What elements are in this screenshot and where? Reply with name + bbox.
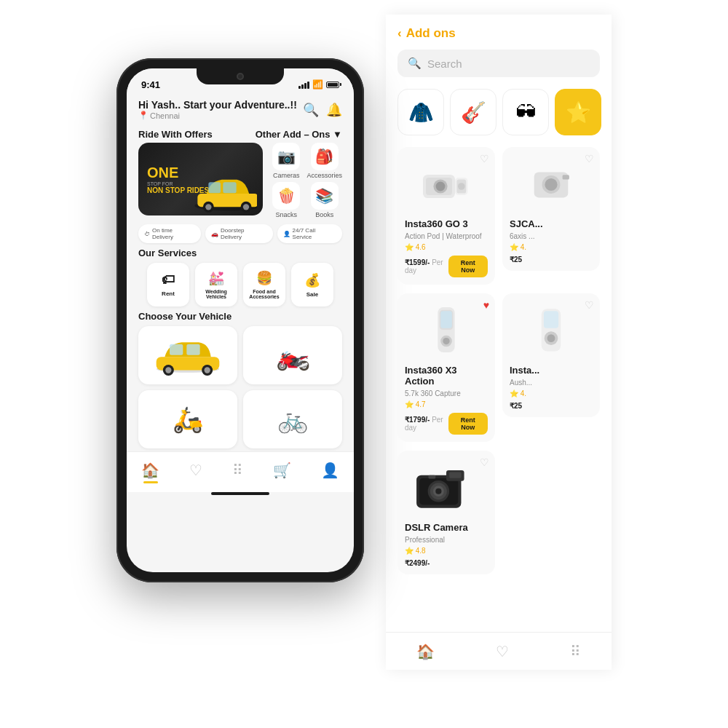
rent-now-btn-1[interactable]: Rent Now (448, 256, 488, 277)
product-sub-4: Aush... (510, 379, 593, 387)
location-text: 📍 Chennai (138, 111, 297, 120)
cameras-icon: 📷 (272, 143, 300, 170)
addons-bottom-nav: 🏠 ♡ ⠿ (386, 632, 612, 670)
bicycle-image: 🚲 (277, 405, 308, 434)
vehicle-scooter[interactable]: 🛵 (138, 390, 237, 448)
product-rating-3: ⭐ 4.7 (405, 400, 488, 408)
call-service-chip: 👤 24/7 Call Service (277, 224, 342, 243)
addon-snacks[interactable]: 🍿 Snacks (269, 182, 304, 218)
search-icon[interactable]: 🔍 (303, 102, 319, 118)
addons-header: ‹ Add ons 🔍 Search (386, 15, 612, 83)
ride-offers-header: Ride With Offers Other Add – Ons ▼ (127, 126, 354, 143)
app-header: Hi Yash.. Start your Adventure..!! 📍 Che… (127, 95, 354, 126)
product-card-4: Insta... Aush... ⭐ 4. ₹25 (502, 293, 600, 417)
wishlist-btn-4[interactable]: ♡ (585, 299, 594, 311)
svg-point-34 (547, 334, 555, 342)
our-services-section: Our Services (127, 246, 354, 260)
product-card-3: Insta360 X3 Action 5.7k 360 Capture ⭐ 4.… (397, 293, 495, 442)
featured-icon: ⭐ (566, 100, 591, 124)
wishlist-btn-5[interactable]: ♡ (480, 456, 489, 468)
doorstep-delivery-chip: 🚗 Doorstep Delivery (205, 224, 273, 243)
product-row-3: DSLR Camera Professional ⭐ 4.8 ₹2499/- ♡ (397, 451, 600, 574)
search-bar[interactable]: 🔍 Search (397, 50, 600, 77)
services-strip: ⏱ On time Delivery 🚗 Doorstep Delivery 👤… (127, 221, 354, 246)
signal-icon (298, 80, 309, 89)
back-chevron-icon: ‹ (397, 26, 402, 41)
product-insta-partial: Insta... Aush... ⭐ 4. ₹25 ♡ (502, 293, 600, 442)
battery-icon (326, 82, 339, 88)
addons-title: Other Add – Ons ▼ (256, 129, 342, 140)
svg-rect-10 (170, 344, 183, 355)
category-jacket[interactable]: 🧥 (397, 89, 444, 135)
product-insta360-x3: Insta360 X3 Action 5.7k 360 Capture ⭐ 4.… (397, 293, 495, 442)
product-dslr: DSLR Camera Professional ⭐ 4.8 ₹2499/- ♡ (397, 451, 495, 574)
addons-screen-title: Add ons (406, 26, 456, 41)
rent-icon: 🏷 (162, 272, 175, 288)
on-time-delivery-chip: ⏱ On time Delivery (138, 224, 201, 243)
service-wedding[interactable]: 💒 Wedding Vehicles (195, 263, 237, 306)
notification-icon[interactable]: 🔔 (326, 102, 342, 118)
product-sjca: SJCA... 6axis ... ⭐ 4. ₹25 ♡ (502, 147, 600, 285)
service-food[interactable]: 🍔 Food and Accessories (243, 263, 285, 306)
accessories-icon: 🎒 (311, 143, 339, 170)
addons-screen: ‹ Add ons 🔍 Search 🧥 🎸 🕶 ⭐ (386, 15, 612, 670)
addons-grid: 📷 Cameras 🎒 Accessories 🍿 Snacks 📚 Books (269, 143, 342, 218)
category-featured[interactable]: ⭐ (555, 89, 601, 135)
service-rent[interactable]: 🏷 Rent (147, 263, 189, 306)
addon-accessories[interactable]: 🎒 Accessories (306, 143, 342, 179)
wishlist-btn-1[interactable]: ♡ (480, 153, 489, 165)
nav-wishlist[interactable]: ♡ (189, 462, 202, 479)
category-glasses[interactable]: 🕶 (502, 89, 549, 135)
product-rating-2: ⭐ 4. (510, 243, 593, 251)
addons-nav-categories[interactable]: ⠿ (570, 643, 581, 660)
product-insta360-go3: Insta360 GO 3 Action Pod | Waterproof ⭐ … (397, 147, 495, 285)
svg-rect-43 (449, 472, 461, 478)
phone-notch (197, 68, 284, 84)
phone-screen: 9:41 📶 Hi Yash.. Star (127, 68, 354, 572)
nav-profile[interactable]: 👤 (321, 462, 339, 479)
product-price-row-1: ₹1599/- Per day Rent Now (405, 256, 488, 277)
our-services-grid: 🏷 Rent 💒 Wedding Vehicles 🍔 Food and Acc… (127, 260, 354, 309)
svg-rect-35 (544, 311, 558, 328)
vehicle-bicycle[interactable]: 🚲 (243, 390, 342, 448)
addon-books[interactable]: 📚 Books (306, 182, 342, 218)
category-gear[interactable]: 🎸 (450, 89, 496, 135)
svg-point-25 (545, 178, 557, 191)
product-placeholder (502, 451, 600, 574)
product-price-5: ₹2499/- (405, 559, 430, 567)
addon-cameras[interactable]: 📷 Cameras (269, 143, 304, 179)
nav-cart[interactable]: 🛒 (273, 462, 291, 479)
motorcycle-image: 🏍️ (276, 339, 310, 371)
header-left: Hi Yash.. Start your Adventure..!! 📍 Che… (138, 99, 297, 120)
product-sub-1: Action Pod | Waterproof (405, 232, 488, 240)
service-sale[interactable]: 💰 Sale (291, 263, 333, 306)
home-indicator (211, 492, 269, 495)
vehicle-suv[interactable] (138, 326, 237, 384)
cart-icon: 🛒 (273, 462, 291, 479)
product-card-1: Insta360 GO 3 Action Pod | Waterproof ⭐ … (397, 147, 495, 285)
wishlist-btn-3[interactable]: ♥ (483, 299, 489, 311)
product-rating-5: ⭐ 4.8 (405, 547, 488, 555)
scooter-image: 🛵 (173, 405, 203, 434)
suv-image (151, 336, 224, 376)
svg-point-30 (443, 338, 449, 344)
addons-nav-wishlist[interactable]: ♡ (496, 643, 509, 660)
product-image-3 (405, 301, 488, 359)
back-button[interactable]: ‹ Add ons (397, 26, 600, 41)
product-sub-5: Professional (405, 536, 488, 544)
product-rating-4: ⭐ 4. (510, 389, 593, 397)
svg-rect-26 (563, 175, 569, 179)
header-icons: 🔍 🔔 (303, 102, 342, 118)
promo-banner: ONE STOP FOR NON STOP RIDES (138, 143, 263, 215)
person-icon: 👤 (283, 231, 290, 237)
rent-now-btn-3[interactable]: Rent Now (448, 413, 488, 435)
product-image-1 (405, 154, 488, 213)
nav-categories[interactable]: ⠿ (232, 462, 243, 479)
wishlist-btn-2[interactable]: ♡ (585, 153, 594, 165)
snacks-label: Snacks (275, 211, 297, 218)
front-camera (237, 73, 244, 80)
nav-home[interactable]: 🏠 (141, 462, 159, 479)
product-row-1: Insta360 GO 3 Action Pod | Waterproof ⭐ … (397, 147, 600, 285)
vehicle-motorcycle[interactable]: 🏍️ (243, 326, 342, 384)
addons-nav-home[interactable]: 🏠 (416, 643, 435, 660)
